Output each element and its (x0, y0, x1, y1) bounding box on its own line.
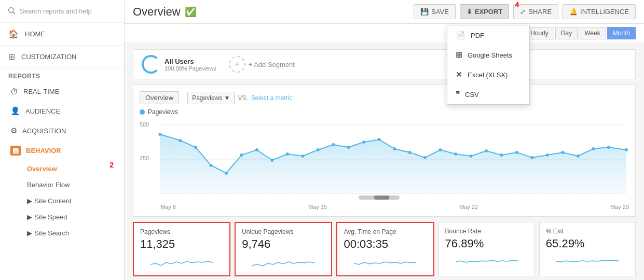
page-title: Overview (133, 5, 181, 19)
svg-text:500: 500 (140, 121, 149, 128)
top-bar-left: Overview ✅ (133, 5, 196, 19)
svg-rect-39 (374, 195, 389, 200)
behavior-child-overview-label: Overview (27, 165, 57, 173)
export-google-sheets[interactable]: ⊞ Google Sheets (447, 45, 529, 65)
time-buttons: Hourly Day Week Month (525, 27, 636, 39)
segment-circle (142, 55, 160, 74)
date-axis-may8: May 8 (160, 204, 176, 210)
sparkline-avg-time (344, 254, 427, 269)
svg-point-36 (607, 146, 610, 149)
sidebar-item-home[interactable]: 🏠 HOME (0, 23, 124, 46)
behavior-child-overview[interactable]: Overview 2 (8, 161, 124, 177)
behavior-child-site-search[interactable]: ▶ Site Search (8, 225, 124, 241)
date-bar: Jun 6, 2018 ▼ 3 Hourly Day Week Month (125, 24, 644, 43)
metric-value-unique-pageviews: 9,746 (242, 237, 325, 251)
segment-row: All Users 100.00% Pageviews + + Add Segm… (133, 49, 636, 79)
sidebar-item-acquisition[interactable]: ⚙ ACQUISITION 1 (0, 121, 124, 141)
overview-tab[interactable]: Overview (140, 91, 179, 104)
export-pdf[interactable]: 📄 PDF (447, 25, 529, 45)
export-pdf-label: PDF (471, 32, 484, 39)
intelligence-button[interactable]: 🔔 INTELLIGENCE (563, 4, 636, 19)
customization-icon: ⊞ (8, 52, 15, 62)
sidebar-item-behavior[interactable]: ▤ BEHAVIOR (0, 141, 124, 161)
top-bar: Overview ✅ 💾 SAVE ⬇ EXPORT 4 ⤢ SHARE 🔔 I… (125, 0, 644, 24)
share-icon: ⤢ (520, 8, 526, 16)
behavior-child-behavior-flow-label: Behavior Flow (27, 181, 70, 189)
export-csv[interactable]: ❞ CSV (447, 85, 529, 104)
svg-point-16 (301, 155, 304, 158)
svg-point-15 (286, 152, 289, 156)
expand-icon-site-content: ▶ (27, 197, 32, 205)
svg-point-19 (347, 146, 350, 149)
verified-icon: ✅ (185, 6, 196, 18)
metric-dropdown-label: Pageviews (192, 94, 222, 102)
svg-point-10 (210, 164, 213, 167)
date-axis-may22: May 22 (459, 204, 478, 210)
export-dropdown: 📄 PDF ⊞ Google Sheets ✕ Excel (XLSX) ❞ C… (447, 25, 530, 105)
behavior-child-site-speed[interactable]: ▶ Site Speed (8, 209, 124, 225)
metric-name-avg-time: Avg. Time on Page (344, 228, 427, 235)
sidebar: Search reports and help 🏠 HOME ⊞ CUSTOMI… (0, 0, 125, 280)
sidebar-item-audience[interactable]: 👤 AUDIENCE (0, 101, 124, 121)
chart-section: Overview Pageviews ▼ VS. Select a metric… (133, 85, 636, 217)
metric-card-unique-pageviews: Unique Pageviews 9,746 (235, 222, 332, 276)
save-button[interactable]: 💾 SAVE (414, 4, 456, 19)
sidebar-item-customization[interactable]: ⊞ CUSTOMIZATION (0, 46, 124, 68)
date-axis: May 8 May 15 May 22 May 29 (140, 202, 629, 210)
segment-name: All Users (165, 58, 216, 65)
svg-text:250: 250 (140, 155, 149, 161)
svg-point-18 (332, 143, 335, 146)
export-excel[interactable]: ✕ Excel (XLSX) (447, 65, 529, 85)
metric-value-exit: 65.29% (546, 237, 629, 250)
export-icon: ⬇ (467, 8, 472, 16)
date-axis-may29: May 29 (610, 204, 629, 210)
svg-point-28 (485, 149, 488, 152)
metric-card-bounce-rate: Bounce Rate 76.89% (439, 222, 535, 276)
behavior-child-behavior-flow[interactable]: Behavior Flow (8, 177, 124, 193)
expand-icon-site-search: ▶ (27, 229, 32, 237)
svg-point-8 (179, 139, 182, 142)
svg-line-1 (13, 12, 15, 14)
search-placeholder-text: Search reports and help (20, 7, 92, 15)
sidebar-item-audience-label: AUDIENCE (25, 107, 60, 115)
sidebar-item-realtime[interactable]: ⏱ REAL-TIME (0, 82, 124, 101)
sparkline-bounce-rate (445, 254, 528, 268)
add-segment-button[interactable]: + + Add Segment (229, 56, 295, 73)
search-bar[interactable]: Search reports and help (0, 0, 124, 23)
metric-name-pageviews: Pageviews (140, 228, 223, 235)
time-btn-week[interactable]: Week (579, 27, 606, 39)
metric-card-exit: % Exit 65.29% (539, 222, 636, 276)
intelligence-icon: 🔔 (569, 8, 578, 16)
time-btn-month[interactable]: Month (607, 27, 636, 39)
add-segment-circle: + (229, 56, 245, 73)
svg-point-34 (577, 155, 580, 158)
metric-name-bounce-rate: Bounce Rate (445, 228, 528, 235)
select-metric-link[interactable]: Select a metric (251, 94, 292, 102)
svg-point-13 (255, 148, 258, 151)
svg-point-14 (270, 159, 273, 162)
svg-point-30 (515, 151, 518, 154)
acquisition-icon: ⚙ (10, 126, 17, 135)
share-button[interactable]: ⤢ SHARE (513, 4, 558, 19)
export-csv-label: CSV (465, 91, 479, 99)
behavior-child-site-content[interactable]: ▶ Site Content (8, 193, 124, 209)
sparkline-pageviews (140, 254, 223, 269)
metric-card-avg-time: Avg. Time on Page 00:03:35 (336, 222, 434, 276)
metric-card-pageviews: Pageviews 11,325 (133, 222, 230, 276)
sidebar-item-behavior-label: BEHAVIOR (26, 147, 61, 155)
svg-point-12 (240, 153, 243, 157)
svg-point-21 (378, 138, 381, 141)
sidebar-item-customization-label: CUSTOMIZATION (21, 53, 76, 61)
metric-value-bounce-rate: 76.89% (445, 237, 528, 250)
legend-dot (140, 109, 145, 115)
time-btn-day[interactable]: Day (555, 27, 578, 39)
svg-point-27 (470, 155, 473, 158)
sparkline-unique-pageviews (242, 254, 325, 269)
chart-svg: 500 250 (140, 119, 629, 202)
svg-point-17 (317, 148, 320, 151)
export-button[interactable]: ⬇ EXPORT 4 (460, 4, 509, 19)
metric-dropdown[interactable]: Pageviews ▼ (187, 92, 235, 104)
svg-point-29 (500, 153, 503, 157)
segment-sub: 100.00% Pageviews (165, 65, 216, 72)
top-bar-right: 💾 SAVE ⬇ EXPORT 4 ⤢ SHARE 🔔 INTELLIGENCE (414, 4, 636, 19)
